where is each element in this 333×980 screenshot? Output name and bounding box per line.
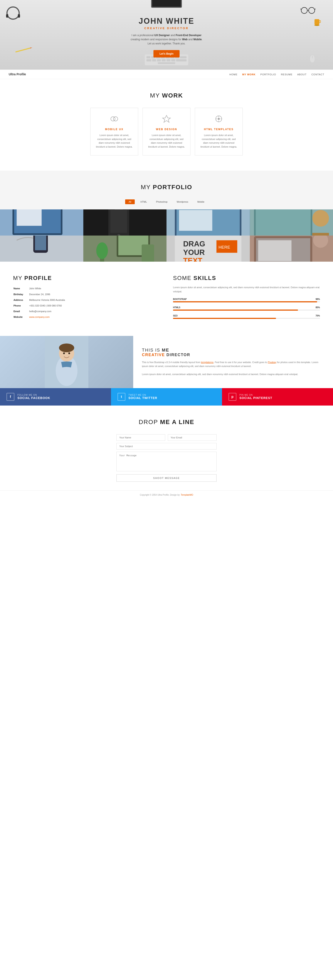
portfolio-item-7[interactable]: DRAG YOUR TEXT HERE: [167, 235, 250, 262]
mouse-icon: [309, 54, 315, 63]
skill-html5-bar-bg: [173, 310, 320, 311]
profile-row-website: Website www.company.com: [13, 314, 65, 320]
twitter-follow-label: TWEET ME ON: [128, 394, 157, 396]
hero-name: JOHN WHITE: [129, 16, 204, 26]
social-pinterest-block[interactable]: p PIN ME ON SOCIAL PINTEREST: [222, 388, 333, 406]
svg-rect-72: [142, 245, 154, 262]
about-desc1: This is free Bootstrap v3.3.4 mobile fri…: [142, 360, 324, 368]
nav-item-mywork[interactable]: MY WORK: [242, 72, 255, 76]
svg-rect-8: [314, 19, 319, 25]
portfolio-item-4[interactable]: [250, 209, 333, 235]
svg-rect-9: [319, 21, 320, 23]
svg-rect-24: [157, 59, 161, 61]
social-facebook-block[interactable]: f FOLLOW ME ON SOCIAL FACEBOOK: [0, 388, 111, 406]
contact-name-input[interactable]: [116, 434, 165, 441]
svg-rect-1: [6, 14, 8, 18]
work-card-html-templates: HTML TEMPLATES Lorem ipsum dolor sit ame…: [195, 108, 243, 156]
nav-item-resume[interactable]: RESUME: [281, 72, 293, 76]
mobile-ux-icon: [96, 115, 133, 125]
svg-point-89: [63, 352, 65, 354]
svg-rect-60: [255, 209, 311, 235]
portfolio-item-3[interactable]: [167, 209, 250, 235]
profile-label-name: Name: [13, 286, 29, 291]
nav-link-portfolio[interactable]: PORTFOLIO: [260, 73, 276, 76]
svg-point-38: [218, 118, 220, 120]
portfolio-section: MY PORTFOLIO All HTML Photoshop Wordpres…: [0, 171, 333, 262]
skill-bootstrap-label: BOOTSTRAP98%: [173, 298, 320, 301]
svg-rect-33: [152, 0, 181, 7]
contact-email-input[interactable]: [168, 434, 217, 441]
portfolio-item-2[interactable]: [83, 209, 167, 235]
twitter-name: SOCIAL TWITTER: [128, 396, 157, 400]
twitter-text: TWEET ME ON SOCIAL TWITTER: [128, 394, 157, 400]
nav-item-portfolio[interactable]: PORTFOLIO: [260, 72, 276, 76]
lets-begin-button[interactable]: Let's Begin: [153, 50, 180, 57]
contact-message-input[interactable]: [116, 452, 217, 471]
svg-rect-26: [167, 59, 170, 61]
hero-desc: I am a professional UX Designer and Fron…: [129, 33, 204, 46]
nav-item-about[interactable]: ABOUT: [297, 72, 307, 76]
nav-link-about[interactable]: ABOUT: [297, 73, 307, 76]
social-twitter-block[interactable]: t TWEET ME ON SOCIAL TWITTER: [111, 388, 222, 406]
filter-mobile[interactable]: Mobile: [194, 199, 208, 204]
work-card-web-design: WEB DESIGN Lorem ipsum dolor sit amet, c…: [143, 108, 190, 156]
svg-rect-28: [176, 59, 186, 61]
portfolio-item-6[interactable]: [83, 235, 167, 262]
portfolio-item-5[interactable]: [0, 235, 83, 262]
monitor-icon: [143, 0, 190, 9]
profile-row-address: Address Melbourne Victoria 3000 Australi…: [13, 298, 65, 302]
svg-point-90: [69, 352, 70, 354]
mobile-ux-label: MOBILE UX: [96, 128, 133, 131]
nav-item-home[interactable]: HOME: [229, 72, 237, 76]
svg-text:HERE: HERE: [218, 245, 230, 250]
filter-wordpress[interactable]: Wordpress: [173, 199, 192, 204]
nav-link-contact[interactable]: CONTACT: [311, 73, 324, 76]
profile-label-birthday: Birthday: [13, 292, 29, 297]
contact-title: DROP ME A LINE: [18, 418, 315, 426]
svg-rect-27: [171, 59, 175, 61]
web-design-icon: [148, 115, 185, 125]
profile-value-phone: +001 020 0340 | 009 080 0760: [29, 303, 65, 308]
contact-name-email-row: [116, 434, 217, 441]
svg-rect-22: [147, 59, 151, 61]
filter-html[interactable]: HTML: [137, 199, 150, 204]
facebook-name: SOCIAL FACEBOOK: [18, 396, 50, 400]
contact-submit-button[interactable]: SHOOT MESSAGE: [116, 474, 217, 482]
svg-rect-2: [18, 14, 20, 18]
svg-line-6: [300, 9, 301, 10]
nav-item-contact[interactable]: CONTACT: [311, 72, 324, 76]
skills-desc: Lorem ipsum dolor sit amet, consectetuer…: [173, 285, 320, 293]
nav-link-mywork[interactable]: MY WORK: [242, 73, 255, 76]
portfolio-item-8[interactable]: [250, 235, 333, 262]
portfolio-filters: All HTML Photoshop Wordpress Mobile: [0, 199, 333, 204]
my-work-section: MY WORK MOBILE UX Lorem ipsum dolor sit …: [0, 79, 333, 171]
about-this-is: THIS IS ME: [142, 348, 324, 353]
about-director: DIRECTOR: [167, 353, 190, 357]
nav-link-home[interactable]: HOME: [229, 73, 237, 76]
skill-bootstrap-bar-bg: [173, 301, 320, 302]
portfolio-grid: DRAG YOUR TEXT HERE: [0, 209, 333, 262]
skills-title: SOME SKILLS: [173, 275, 320, 282]
footer: Copyright © 2054 Ultra Profile. Design b…: [0, 490, 333, 499]
about-banner: THIS IS ME CREATIVE DIRECTOR This is fre…: [0, 336, 333, 388]
profile-row-name: Name John White: [13, 286, 65, 291]
nav-link-resume[interactable]: RESUME: [281, 73, 293, 76]
profile-label-phone: Phone: [13, 303, 29, 308]
svg-rect-32: [151, 0, 182, 8]
glasses-icon: [300, 6, 315, 14]
about-desc2: Lorem ipsum dolor sit amet, consectetuer…: [142, 372, 324, 376]
about-person-photo: [0, 336, 133, 388]
filter-all[interactable]: All: [125, 199, 135, 204]
profile-row-email: Email hello@company.com: [13, 309, 65, 314]
filter-photoshop[interactable]: Photoshop: [153, 199, 171, 204]
profile-label-website: Website: [13, 314, 29, 320]
social-strip: f FOLLOW ME ON SOCIAL FACEBOOK t TWEET M…: [0, 388, 333, 406]
footer-link[interactable]: TemplateMO: [181, 494, 193, 496]
contact-form: SHOOT MESSAGE: [116, 434, 217, 482]
svg-rect-46: [17, 209, 42, 226]
svg-marker-12: [30, 47, 32, 49]
pinterest-icon: p: [228, 393, 236, 401]
contact-subject-input[interactable]: [116, 443, 217, 450]
profile-value-birthday: December 24, 1996: [29, 292, 65, 297]
portfolio-item-1[interactable]: [0, 209, 83, 235]
